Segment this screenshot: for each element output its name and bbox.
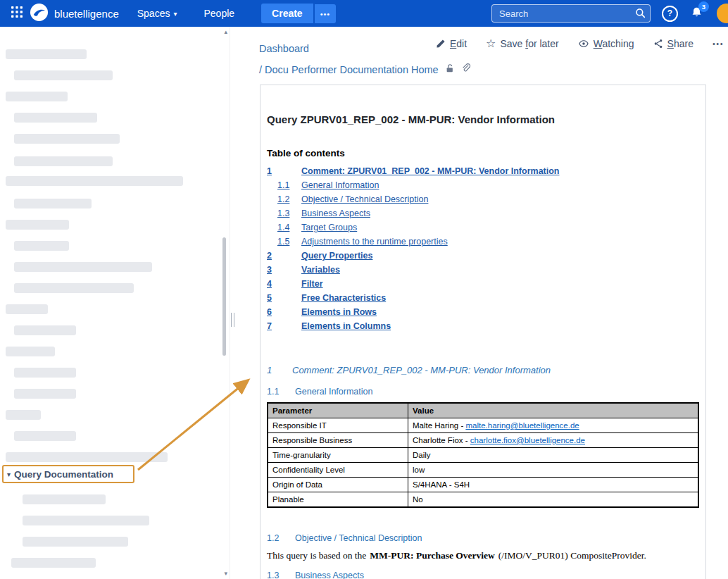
toc-number-link[interactable]: 1.5 (267, 237, 301, 247)
toc-number-link[interactable]: 6 (267, 307, 301, 317)
section-title: Objective / Technical Description (295, 533, 422, 543)
toc-link[interactable]: General Information (301, 180, 379, 190)
breadcrumb-page-link[interactable]: / Docu Performer Documentation Home (259, 59, 439, 80)
section-title: Business Aspects (295, 571, 364, 579)
toc-link[interactable]: Elements in Rows (301, 307, 377, 317)
value-cell: Charlotte Fiox - charlotte.fiox@bluetell… (408, 433, 699, 448)
toc-link[interactable]: Objective / Technical Description (301, 194, 428, 204)
toc-number-link[interactable]: 5 (267, 293, 301, 303)
sidebar-skeleton-item (14, 70, 113, 80)
toc-number-link[interactable]: 2 (267, 251, 301, 261)
toc-number-link[interactable]: 1.4 (267, 223, 301, 232)
edit-label: Edit (450, 38, 467, 49)
toc-entry: 1.3Business Aspects (267, 206, 699, 220)
sidebar-skeleton-item (6, 49, 87, 59)
toc-heading: Table of contents (267, 148, 699, 158)
top-navigation-bar: bluetelligence Spaces ▾ People Create ••… (0, 0, 728, 27)
value-cell: No (408, 492, 699, 508)
search-input[interactable] (491, 4, 651, 23)
sidebar-skeleton-item (6, 347, 55, 356)
attachments-paperclip-icon[interactable] (461, 59, 471, 80)
table-row: Planable No (268, 492, 698, 508)
nav-spaces[interactable]: Spaces ▾ (137, 8, 177, 19)
toc-entry: 3Variables (267, 263, 699, 277)
sidebar-scroll-up-icon[interactable]: ▴ (224, 29, 227, 35)
nav-people[interactable]: People (203, 8, 234, 19)
paragraph-bold-text: MM-PUR: Purchase Overview (370, 550, 494, 561)
notification-count-badge: 3 (698, 1, 709, 12)
section-number: 1 (267, 365, 292, 375)
sidebar-skeleton-item (6, 304, 48, 314)
toc-link[interactable]: Elements in Columns (301, 321, 391, 331)
table-row: Confidentiality Level low (268, 463, 698, 478)
email-link[interactable]: malte.haring@bluetelligence.de (465, 421, 579, 430)
table-row: Time-granularity Daily (268, 448, 698, 463)
toc-link[interactable]: Target Groups (301, 223, 357, 232)
toc-link[interactable]: Business Aspects (301, 208, 370, 218)
toc-number-link[interactable]: 4 (267, 279, 301, 289)
toc-number-link[interactable]: 1.2 (267, 194, 301, 204)
toc-number-link[interactable]: 1.3 (267, 208, 301, 218)
toc-link[interactable]: Filter (301, 279, 323, 289)
eye-icon (578, 39, 589, 49)
paragraph-text: (/IMO/V_PUR01) CompositeProvider. (498, 550, 646, 561)
app-switcher-icon[interactable] (11, 6, 23, 20)
toc-link[interactable]: Adjustments to the runtime properties (301, 237, 448, 247)
brand-name[interactable]: bluetelligence (54, 8, 119, 20)
bluetelligence-logo-icon[interactable] (30, 3, 49, 25)
user-avatar[interactable] (717, 4, 728, 23)
nav-spaces-label: Spaces (137, 8, 170, 19)
section-heading-1-3: 1.3 Business Aspects (267, 571, 699, 579)
param-cell: Planable (268, 492, 408, 508)
page-content: Dashboard / Docu Performer Documentation… (230, 27, 728, 579)
table-row: Responsible Business Charlotte Fiox - ch… (268, 433, 698, 448)
sidebar-skeleton-item (14, 134, 120, 144)
value-text: Charlotte Fiox - (413, 436, 470, 444)
toc-number-link[interactable]: 1 (267, 166, 301, 176)
nav-people-label: People (203, 8, 234, 19)
sidebar-skeleton-item (14, 113, 97, 123)
sidebar-skeleton-item (6, 176, 183, 186)
sidebar-item-label: Query Documentation (14, 469, 113, 480)
create-button[interactable]: Create (261, 4, 313, 23)
toc-number-link[interactable]: 1.1 (267, 180, 301, 190)
param-cell: Confidentiality Level (268, 463, 408, 478)
toc-entry: 1Comment: ZPURV01_REP_002 - MM-PUR: Vend… (267, 164, 699, 178)
share-button[interactable]: Share (653, 38, 694, 49)
sidebar-scroll-down-icon[interactable]: ▾ (224, 571, 227, 577)
notifications-bell-icon[interactable]: 3 (691, 6, 703, 21)
toc-link[interactable]: Comment: ZPURV01_REP_002 - MM-PUR: Vendo… (301, 166, 560, 176)
param-cell: Time-granularity (268, 448, 408, 463)
share-icon (653, 39, 663, 49)
permissions-lock-icon[interactable] (445, 59, 455, 80)
section-heading-1-2: 1.2 Objective / Technical Description (267, 533, 699, 543)
email-link[interactable]: charlotte.fiox@bluetelligence.de (470, 436, 585, 444)
toc-link[interactable]: Variables (301, 265, 340, 275)
column-header: Value (408, 403, 699, 418)
create-more-button[interactable]: ••• (315, 4, 337, 23)
toc-link[interactable]: Query Properties (301, 251, 372, 261)
save-for-later-button[interactable]: ☆ Save for later (486, 38, 559, 49)
document-page: Query ZPURV01_REP_002 - MM-PUR: Vendor I… (260, 85, 706, 579)
toc-number-link[interactable]: 7 (267, 321, 301, 331)
more-actions-button[interactable]: ••• (713, 39, 724, 48)
sidebar-resize-handle[interactable] (231, 313, 234, 327)
breadcrumb-dashboard-link[interactable]: Dashboard (259, 43, 309, 54)
sidebar-skeleton-item (14, 262, 152, 272)
sidebar-scrollbar-thumb[interactable] (222, 237, 226, 356)
section-heading-1-1: 1.1 General Information (267, 387, 699, 397)
sidebar-skeleton-item (23, 537, 128, 547)
watching-button[interactable]: Watching (578, 38, 634, 49)
toc-entry: 1.5Adjustments to the runtime properties (267, 235, 699, 249)
help-icon[interactable]: ? (662, 6, 678, 22)
param-cell: Responsible IT (268, 418, 408, 433)
star-icon: ☆ (486, 38, 496, 49)
toc-number-link[interactable]: 3 (267, 265, 301, 275)
edit-button[interactable]: Edit (436, 38, 467, 49)
sidebar-item-query-documentation[interactable]: ▾ Query Documentation (2, 465, 134, 483)
sidebar-skeleton-item (14, 283, 134, 293)
toc-entry: 7Elements in Columns (267, 319, 699, 333)
search-icon[interactable] (635, 8, 646, 21)
toc-link[interactable]: Free Characteristics (301, 293, 386, 303)
toc-entry: 4Filter (267, 277, 699, 291)
